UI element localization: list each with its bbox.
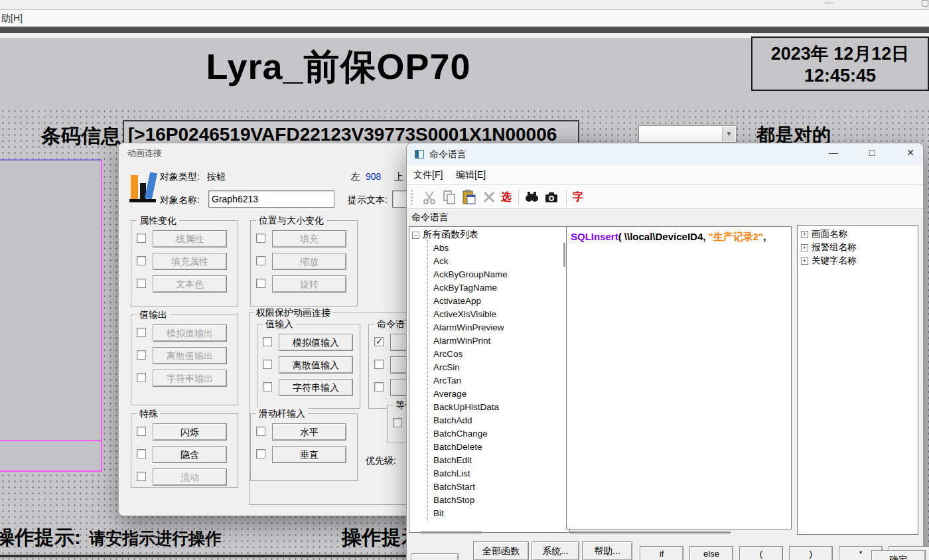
checkbox[interactable] bbox=[256, 449, 265, 458]
function-item[interactable]: AlarmWinPreview bbox=[433, 322, 508, 336]
row-button: 离散值输出 bbox=[153, 347, 227, 364]
row-button[interactable]: 隐含 bbox=[153, 446, 227, 463]
editor-hscrollbar[interactable] bbox=[566, 529, 792, 536]
menu-edit[interactable]: 编辑[E] bbox=[456, 169, 486, 181]
function-item[interactable]: ArcCos bbox=[433, 349, 508, 362]
name-tree-item[interactable]: +画面名称 bbox=[801, 228, 857, 242]
chevron-down-icon[interactable]: ▼ bbox=[722, 127, 735, 141]
cut-icon bbox=[421, 189, 437, 205]
name-tree-list: +画面名称+报警组名称+关键字名称 bbox=[801, 228, 857, 268]
ok-button[interactable]: 确定 bbox=[871, 550, 926, 560]
row-button[interactable]: 垂直 bbox=[272, 446, 346, 463]
expand-icon[interactable]: + bbox=[801, 244, 808, 251]
cmd-titlebar[interactable]: 命令语言 — □ ✕ bbox=[407, 143, 923, 165]
function-item[interactable]: Ack bbox=[433, 256, 508, 269]
checkbox[interactable] bbox=[137, 472, 146, 481]
all-functions-button[interactable]: 全部函数 bbox=[473, 541, 529, 560]
operator-button[interactable]: ) bbox=[789, 546, 833, 560]
function-item[interactable]: BatchStart bbox=[433, 482, 508, 495]
function-item[interactable]: AckByTagName bbox=[433, 283, 508, 296]
function-item[interactable]: Bit bbox=[433, 508, 508, 522]
select-tool[interactable]: 选 bbox=[501, 190, 512, 204]
copy-icon bbox=[441, 189, 457, 205]
checkbox[interactable] bbox=[263, 337, 272, 346]
code-editor[interactable]: SQLInsert( \\local\DeviceID4, "生产记录2", bbox=[566, 226, 792, 529]
maximize-icon[interactable]: ▢ bbox=[921, 0, 929, 7]
group-title: 位置与大小变化 bbox=[256, 215, 326, 227]
operator-button[interactable]: else bbox=[689, 546, 733, 560]
tree-hscrollbar[interactable] bbox=[409, 529, 570, 536]
menu-file[interactable]: 文件[F] bbox=[413, 169, 443, 181]
checkbox[interactable] bbox=[137, 234, 146, 243]
checkbox[interactable] bbox=[374, 360, 384, 369]
function-item[interactable]: ActiveXlsVisible bbox=[433, 309, 508, 322]
function-item[interactable]: AckByGroupName bbox=[433, 269, 508, 283]
function-item[interactable]: BatchChange bbox=[433, 429, 508, 442]
function-item[interactable]: ArcSin bbox=[433, 362, 508, 376]
find-next-icon[interactable] bbox=[543, 189, 559, 205]
name-tree-item[interactable]: +关键字名称 bbox=[801, 255, 857, 268]
checkbox[interactable] bbox=[256, 234, 265, 243]
checkbox[interactable] bbox=[263, 382, 272, 391]
tree-root-node[interactable]: −所有函数列表 bbox=[412, 229, 478, 241]
checkbox[interactable] bbox=[137, 328, 146, 337]
checkbox[interactable] bbox=[256, 279, 265, 288]
function-item[interactable]: BatchAdd bbox=[433, 415, 508, 429]
row-button[interactable]: 字符串输入 bbox=[279, 379, 353, 396]
function-item[interactable]: BatchDelete bbox=[433, 442, 508, 455]
close-icon[interactable]: ✕ bbox=[900, 147, 920, 158]
checkbox[interactable] bbox=[263, 360, 272, 369]
group-title: 属性变化 bbox=[137, 215, 179, 227]
collapse-icon[interactable]: − bbox=[412, 232, 419, 239]
checkbox[interactable] bbox=[137, 279, 146, 288]
maximize-icon[interactable]: □ bbox=[862, 147, 882, 158]
function-item[interactable]: BatchStop bbox=[433, 495, 508, 508]
operator-button[interactable]: if bbox=[640, 546, 683, 560]
name-tree-item[interactable]: +报警组名称 bbox=[801, 242, 857, 255]
operator-button[interactable]: ( bbox=[739, 546, 783, 560]
cmd-window-title: 命令语言 bbox=[429, 149, 466, 161]
row-button[interactable]: 闪烁 bbox=[153, 423, 227, 441]
minimize-icon[interactable]: — bbox=[825, 0, 833, 7]
row-button[interactable]: 离散值输入 bbox=[279, 356, 353, 374]
row-button[interactable]: 水平 bbox=[272, 423, 346, 441]
minimize-icon[interactable]: — bbox=[823, 147, 843, 158]
partial-button[interactable] bbox=[411, 553, 459, 560]
paste-icon[interactable] bbox=[461, 189, 477, 205]
checkbox[interactable] bbox=[137, 449, 146, 458]
checkbox[interactable] bbox=[393, 418, 402, 427]
row-button[interactable]: 模拟值输入 bbox=[279, 334, 353, 351]
checkbox[interactable] bbox=[137, 373, 146, 382]
checkbox[interactable] bbox=[374, 382, 384, 391]
checkbox[interactable] bbox=[137, 350, 146, 360]
function-item[interactable]: ArcTan bbox=[433, 376, 508, 389]
function-item[interactable]: AlarmWinPrint bbox=[433, 336, 508, 349]
function-item[interactable]: Abs bbox=[433, 243, 508, 256]
barcode-combobox[interactable]: ▼ bbox=[638, 125, 737, 143]
row-button: 填充属性 bbox=[153, 253, 227, 270]
expand-icon[interactable]: + bbox=[801, 257, 808, 265]
menu-bar: 助[H] bbox=[0, 10, 929, 27]
help-button[interactable]: 帮助... bbox=[582, 541, 632, 560]
function-item[interactable]: BatchList bbox=[433, 468, 508, 482]
selected-panel[interactable] bbox=[0, 159, 102, 472]
toolbar-grip[interactable] bbox=[411, 189, 413, 205]
function-item[interactable]: Average bbox=[433, 389, 508, 402]
system-button[interactable]: 系统... bbox=[532, 541, 579, 560]
font-tool[interactable]: 字 bbox=[573, 190, 583, 204]
expand-icon[interactable]: + bbox=[801, 231, 808, 238]
checkbox[interactable] bbox=[137, 427, 146, 436]
tree-vscrollbar[interactable] bbox=[563, 243, 565, 267]
function-item[interactable]: BackUpHistData bbox=[433, 402, 508, 415]
menu-item-help[interactable]: 助[H] bbox=[1, 13, 23, 25]
group-permission-title: 权限保护动画连接 bbox=[254, 307, 332, 319]
checkbox[interactable] bbox=[256, 427, 265, 436]
checkbox[interactable] bbox=[374, 337, 384, 346]
checkbox[interactable] bbox=[256, 256, 265, 265]
function-item[interactable]: ActivateApp bbox=[433, 296, 508, 309]
find-icon[interactable] bbox=[524, 189, 539, 205]
bar-chart-icon bbox=[131, 169, 156, 204]
function-item[interactable]: BatchEdit bbox=[433, 455, 508, 468]
object-name-input[interactable] bbox=[208, 190, 334, 208]
checkbox[interactable] bbox=[137, 256, 146, 265]
